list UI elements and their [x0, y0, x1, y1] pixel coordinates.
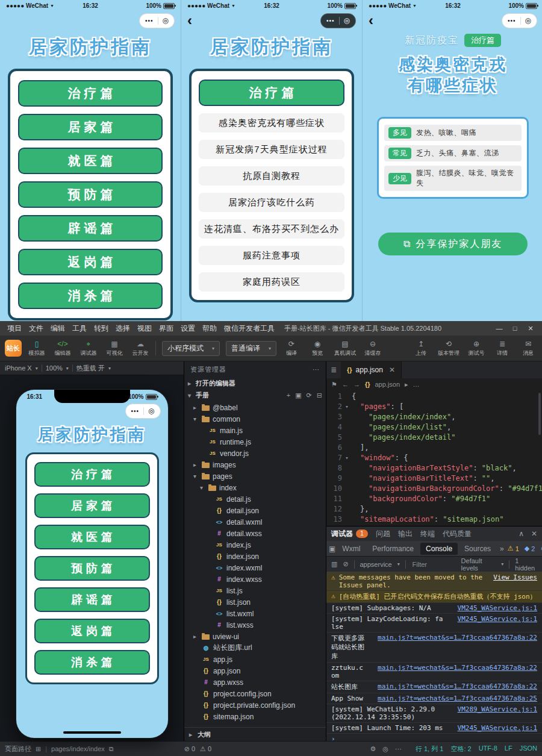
- source-link[interactable]: main.js?t=wechat&s=1…7f3ccaa647367a8a:22: [370, 664, 537, 672]
- article-list-item[interactable]: 抗原自测教程: [199, 166, 344, 186]
- console-filter-input[interactable]: [411, 560, 456, 569]
- tree-file[interactable]: ◍站长图库.url: [184, 642, 326, 654]
- category-nav-button[interactable]: 辟谣篇: [34, 587, 150, 612]
- tree-file[interactable]: {}app.json: [184, 665, 326, 676]
- category-nav-button[interactable]: 消杀篇: [34, 650, 150, 675]
- source-link[interactable]: VM289_WAService.js:1: [450, 705, 537, 713]
- tree-folder[interactable]: ▾common: [184, 413, 326, 425]
- copy-icon[interactable]: ⧉: [109, 745, 114, 753]
- tree-file[interactable]: <>list.wxml: [184, 608, 326, 619]
- minimize-button[interactable]: —: [491, 325, 507, 333]
- capsule-home-icon[interactable]: ◎: [525, 16, 531, 25]
- toolbar-debugger-button[interactable]: ⌖调试器: [79, 340, 98, 357]
- toolbar-editor-button[interactable]: </>编辑器: [54, 340, 72, 357]
- menu-item[interactable]: 界面: [155, 323, 177, 334]
- category-nav-button[interactable]: 返岗篇: [34, 619, 150, 643]
- tree-folder[interactable]: ▸uview-ui: [184, 631, 326, 642]
- console-sidebar-icon[interactable]: ▥: [331, 560, 337, 568]
- toolbar-preview-button[interactable]: ◉预览: [308, 340, 326, 357]
- info-count-badge[interactable]: ◆2: [525, 545, 535, 552]
- menu-item[interactable]: 设置: [177, 323, 199, 334]
- tree-file[interactable]: JSapp.js: [184, 654, 326, 665]
- opened-editors-section[interactable]: ▸ 打开的编辑器: [184, 377, 326, 389]
- nav-forward-icon[interactable]: →: [354, 381, 360, 388]
- more-icon[interactable]: ⋯: [395, 745, 402, 753]
- tree-file[interactable]: JSmain.js: [184, 425, 326, 436]
- warning-count-badge[interactable]: ⚠1: [508, 545, 519, 552]
- problem-counts[interactable]: ⊘ 0 ⚠ 0: [184, 745, 211, 753]
- statusbar-item[interactable]: UTF-8: [479, 745, 497, 754]
- maximize-button[interactable]: □: [507, 325, 523, 333]
- capsule-home-icon[interactable]: ◎: [148, 407, 154, 415]
- category-button[interactable]: 治疗篇: [199, 80, 344, 106]
- category-nav-button[interactable]: 治疗篇: [34, 462, 150, 487]
- article-list-item[interactable]: 连花清瘟、布洛芬买不到怎么办: [199, 219, 344, 239]
- gear-icon[interactable]: ⚙: [370, 745, 376, 753]
- tree-file[interactable]: #index.wxss: [184, 573, 326, 585]
- capsule-more-icon[interactable]: •••: [326, 17, 335, 24]
- statusbar-item[interactable]: LF: [505, 745, 512, 754]
- fold-icon[interactable]: ▾: [342, 453, 352, 463]
- tree-file[interactable]: <>detail.wxml: [184, 516, 326, 528]
- collapse-panel-icon[interactable]: ∧: [519, 530, 524, 538]
- category-nav-button[interactable]: 就医篇: [18, 148, 163, 174]
- tree-folder[interactable]: ▸images: [184, 459, 326, 470]
- tree-folder[interactable]: ▸@babel: [184, 402, 326, 413]
- share-button[interactable]: ⧉ 分享保护家人朋友: [378, 233, 528, 255]
- capsule-home-icon[interactable]: ◎: [344, 16, 350, 25]
- close-tab-icon[interactable]: ✕: [389, 366, 395, 374]
- toolbar-simulator-button[interactable]: ▯模拟器: [28, 340, 46, 357]
- toolbar-realdevice-button[interactable]: ▤真机调试: [334, 340, 356, 357]
- panel-tab[interactable]: 代码质量: [443, 529, 472, 539]
- capsule-home-icon[interactable]: ◎: [163, 16, 169, 25]
- toolbar-compile-button[interactable]: ⟳编译: [282, 340, 301, 357]
- category-nav-button[interactable]: 治疗篇: [18, 80, 163, 107]
- back-button[interactable]: ‹: [187, 14, 201, 27]
- tree-file[interactable]: JSdetail.js: [184, 493, 326, 505]
- log-levels-select[interactable]: Default levels: [461, 557, 496, 572]
- statusbar-item[interactable]: JSON: [520, 745, 537, 754]
- code-editor[interactable]: 1{2▾"pages": [3"pages/index/index",4"pag…: [326, 390, 542, 526]
- tree-file[interactable]: JSlist.js: [184, 585, 326, 596]
- nav-back-icon[interactable]: ←: [342, 381, 349, 388]
- menu-item[interactable]: 工具: [69, 323, 90, 334]
- tree-file[interactable]: {}index.json: [184, 551, 326, 562]
- category-nav-button[interactable]: 就医篇: [34, 525, 150, 549]
- scrollbar[interactable]: [538, 393, 541, 435]
- tree-folder[interactable]: ▾index: [184, 482, 326, 493]
- wechat-capsule[interactable]: ••• ◎: [320, 13, 356, 28]
- panel-tab[interactable]: 终端: [420, 529, 435, 539]
- statusbar-item[interactable]: 行 1, 列 1: [416, 745, 443, 754]
- tree-file[interactable]: {}list.json: [184, 596, 326, 608]
- tree-file[interactable]: #app.wxss: [184, 676, 326, 688]
- toolbar-detail-button[interactable]: ≣详情: [493, 340, 511, 357]
- category-nav-button[interactable]: 返岗篇: [18, 249, 163, 275]
- menu-item[interactable]: 视图: [134, 323, 155, 334]
- panel-tab[interactable]: 输出: [398, 529, 413, 539]
- mode-select[interactable]: 小程序模式 ▾: [162, 341, 220, 356]
- zoom-select[interactable]: 100%: [46, 364, 63, 372]
- article-list-item[interactable]: 感染奥密克戎有哪些症状: [199, 113, 344, 133]
- menu-item[interactable]: 选择: [112, 323, 134, 334]
- category-nav-button[interactable]: 消杀篇: [18, 283, 163, 309]
- new-folder-icon[interactable]: ▣: [295, 392, 301, 399]
- article-list-item[interactable]: 服药注意事项: [199, 246, 344, 265]
- more-icon[interactable]: ⋯: [313, 366, 320, 373]
- toolbar-upload-button[interactable]: ↥上传: [412, 340, 430, 357]
- tree-file[interactable]: #list.wxss: [184, 619, 326, 631]
- article-list-item[interactable]: 家庭用药误区: [199, 272, 344, 292]
- device-select[interactable]: iPhone X: [5, 364, 32, 372]
- category-badge[interactable]: 治疗篇: [464, 34, 501, 47]
- category-nav-button[interactable]: 预防篇: [34, 556, 150, 581]
- tab-appjson[interactable]: {} app.json ✕: [341, 361, 402, 378]
- fold-icon[interactable]: ▾: [342, 402, 352, 412]
- more-tabs-icon[interactable]: »: [497, 545, 506, 553]
- console-prompt-row[interactable]: ›: [326, 734, 542, 741]
- record-icon[interactable]: ◎: [382, 745, 388, 753]
- collapse-icon[interactable]: ⊟: [317, 392, 322, 399]
- tab-list-icon[interactable]: ≣: [326, 361, 341, 378]
- zztuku-logo[interactable]: 站长: [5, 340, 22, 357]
- menu-item[interactable]: 文件: [25, 323, 47, 334]
- menu-item[interactable]: 微信开发者工具: [220, 323, 278, 334]
- capsule-more-icon[interactable]: •••: [508, 17, 516, 24]
